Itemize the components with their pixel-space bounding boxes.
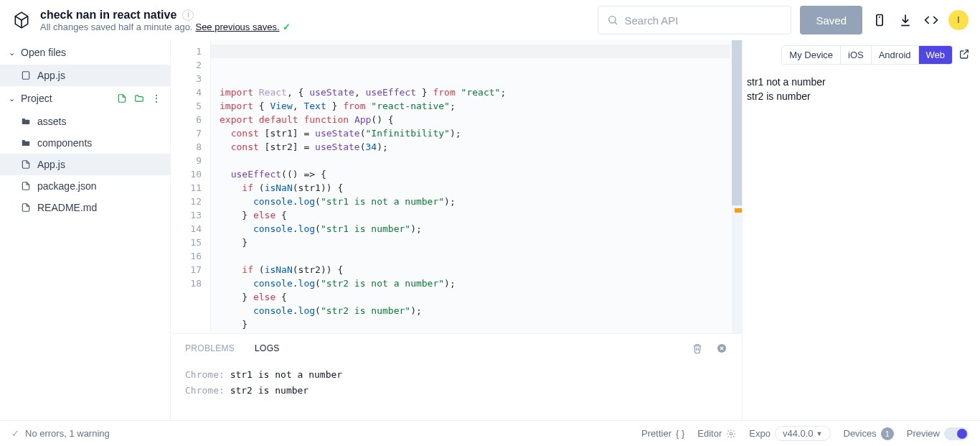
file-icon [20,159,32,170]
project-section[interactable]: ⌄ Project ⋮ [0,86,170,111]
scrollbar-thumb[interactable] [732,40,742,205]
code-line[interactable]: import { View, Text } from "react-native… [220,99,742,113]
file-item[interactable]: package.json [0,175,170,197]
console-output: Chrome: str1 is not a numberChrome: str2… [171,363,742,420]
chevron-down-icon: ⌄ [9,48,15,57]
new-folder-icon[interactable] [134,93,144,103]
gear-icon [726,429,736,439]
status-errors[interactable]: No errors, 1 warning [25,428,110,439]
code-area[interactable]: import React, { useState, useEffect } fr… [211,40,742,333]
popout-icon[interactable] [958,48,971,61]
search-box[interactable] [598,6,791,34]
saved-button[interactable]: Saved [800,6,862,34]
previous-saves-link[interactable]: See previous saves. [195,22,279,32]
new-file-icon[interactable] [117,93,127,103]
active-line-highlight [211,45,730,58]
preview-line: str1 not a number [747,75,976,89]
status-prettier[interactable]: Prettier { } [641,428,684,439]
code-line[interactable]: console.log("str2 is number"); [220,304,742,317]
tab-android[interactable]: Android [871,46,918,64]
tab-problems[interactable]: PROBLEMS [185,343,235,353]
tab-web[interactable]: Web [918,46,953,64]
status-preview[interactable]: Preview [907,427,969,440]
log-line: Chrome: str1 is not a number [185,367,727,383]
item-name: components [37,137,92,149]
open-files-label: Open files [21,47,66,58]
avatar[interactable]: I [948,10,969,30]
item-name: assets [37,116,66,127]
code-line[interactable]: console.log("str1 is not a number"); [220,195,742,208]
tab-logs[interactable]: LOGS [255,343,280,353]
folder-item[interactable]: components [0,132,170,154]
code-line[interactable]: console.log("str1 is number"); [220,222,742,236]
check-icon: ✓ [283,22,291,32]
code-editor[interactable]: 123456789101112131415161718 import React… [171,40,742,333]
save-status-text: All changes saved half a minute ago. [40,22,192,32]
check-icon: ✓ [11,428,19,439]
code-line[interactable]: } [220,317,742,331]
embed-icon[interactable] [923,11,940,29]
code-line[interactable]: useEffect(() => { [220,167,742,181]
preview-output: str1 not a number str2 is number [743,69,980,420]
file-item[interactable]: App.js [0,154,170,175]
code-line[interactable] [220,154,742,167]
status-editor[interactable]: Editor [697,428,736,439]
status-devices[interactable]: Devices 1 [844,427,894,440]
folder-item[interactable]: assets [0,111,170,132]
braces-icon: { } [676,428,684,439]
item-name: App.js [37,159,65,170]
tab-my-device[interactable]: My Device [782,46,840,64]
download-icon[interactable] [897,11,914,29]
preview-toggle[interactable] [944,427,969,440]
search-input[interactable] [624,14,782,27]
code-line[interactable]: console.log("str2 is not a number"); [220,277,742,290]
file-icon [20,180,32,192]
console-panel: PROBLEMS LOGS Chrome: str1 is not a numb… [171,333,742,420]
code-line[interactable]: if (isNaN(str2)) { [220,263,742,277]
svg-rect-1 [877,15,882,26]
log-line: Chrome: str2 is number [185,383,727,399]
code-line[interactable]: } [220,236,742,249]
code-line[interactable]: const [str2] = useState(34); [220,140,742,154]
item-name: README.md [37,202,97,213]
close-icon[interactable] [716,343,727,354]
open-files-section[interactable]: ⌄ Open files [0,40,170,65]
file-item[interactable]: README.md [0,197,170,218]
tab-ios[interactable]: iOS [840,46,871,64]
run-on-device-icon[interactable] [871,11,888,29]
file-name: App.js [37,70,65,81]
line-gutter: 123456789101112131415161718 [171,40,211,333]
project-title[interactable]: check nan in react native [40,9,176,22]
overview-marker [735,208,742,213]
save-status: All changes saved half a minute ago. See… [40,22,291,32]
expo-version: v44.0.0 [783,428,814,439]
code-line[interactable]: } else { [220,208,742,222]
preview-pane: My Device iOS Android Web str1 not a num… [742,40,980,420]
trash-icon[interactable] [692,343,703,354]
preview-line: str2 is number [747,89,976,103]
code-line[interactable]: import React, { useState, useEffect } fr… [220,85,742,99]
snack-logo-icon[interactable] [11,10,32,30]
status-bar: ✓ No errors, 1 warning Prettier { } Edit… [0,420,980,446]
code-line[interactable]: const [str1] = useState("Infinitbility")… [220,126,742,140]
item-name: package.json [37,180,97,192]
platform-tabs: My Device iOS Android Web [781,45,953,65]
file-icon [20,202,32,213]
search-icon [607,14,618,26]
svg-rect-2 [22,72,29,80]
code-line[interactable]: export default function App() { [220,113,742,126]
info-icon[interactable]: i [182,9,194,21]
folder-icon [20,137,32,149]
code-line[interactable]: if (isNaN(str1)) { [220,181,742,195]
code-line[interactable] [220,249,742,263]
chevron-down-icon: ⌄ [9,94,15,103]
svg-point-0 [609,17,616,23]
open-file-item[interactable]: App.js [0,65,170,86]
devices-count-badge: 1 [881,427,894,440]
more-icon[interactable]: ⋮ [151,93,161,104]
js-file-icon [20,70,32,81]
code-line[interactable]: } else { [220,290,742,304]
project-label: Project [21,93,52,104]
status-expo[interactable]: Expo v44.0.0▼ [749,426,830,441]
header: check nan in react native i All changes … [0,0,980,40]
